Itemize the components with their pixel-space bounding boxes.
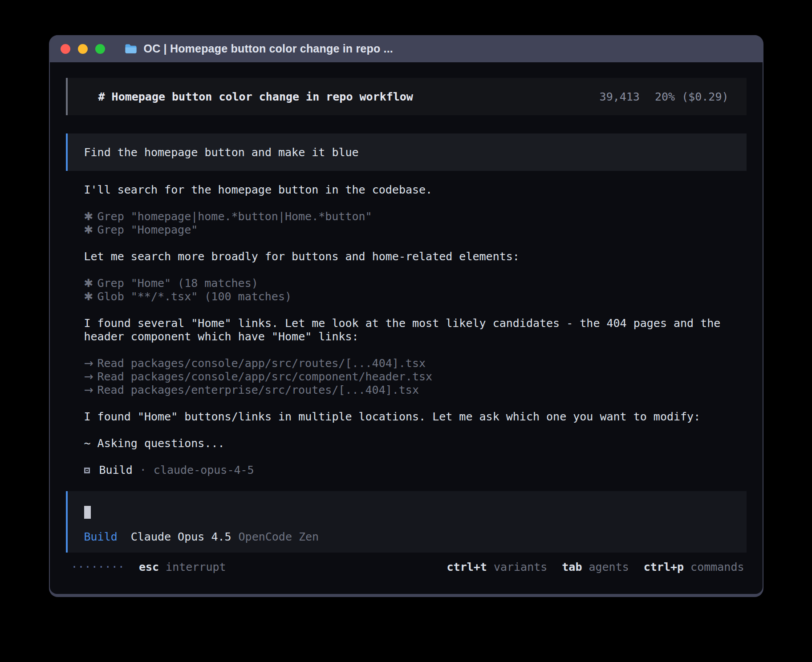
tool-call-text: Grep "homepage|home.*button|Home.*button… (97, 210, 372, 223)
tool-pending-icon: ✱ (84, 290, 91, 303)
conversation: I'll search for the homepage button in t… (66, 183, 747, 477)
tool-call-group: ✱ Grep "homepage|home.*button|Home.*butt… (84, 210, 728, 237)
arrow-right-icon: → (84, 357, 91, 370)
zoom-button[interactable] (95, 44, 105, 54)
assistant-text: I found several "Home" links. Let me loo… (84, 317, 728, 343)
tool-call-text: Grep "Home" (18 matches) (97, 277, 258, 290)
shortcut-commands: ctrl+p commands (644, 561, 744, 574)
assistant-text: I'll search for the homepage button in t… (84, 183, 728, 197)
shortcut-variants: ctrl+t variants (447, 561, 548, 574)
tool-call-group: ✱ Grep "Home" (18 matches) ✱ Glob "**/*.… (84, 277, 728, 303)
tab-key-hint: tab (562, 561, 582, 574)
tool-pending-icon: ✱ (84, 210, 91, 223)
tool-call-line: ✱ Grep "Home" (18 matches) (84, 277, 728, 290)
input-model-label[interactable]: Claude Opus 4.5 (131, 530, 231, 544)
user-message-panel: Find the homepage button and make it blu… (66, 133, 747, 171)
variants-label: variants (494, 561, 547, 574)
arrow-right-icon: → (84, 370, 91, 383)
separator-dot: · (140, 464, 146, 477)
input-meta: Build Claude Opus 4.5 OpenCode Zen (84, 530, 729, 544)
arrow-right-icon: → (84, 383, 91, 397)
tool-call-line: → Read packages/console/app/src/routes/[… (84, 357, 728, 370)
ctrl-p-key-hint: ctrl+p (644, 561, 684, 574)
status-bar: ········ esc interrupt ctrl+t variants t… (66, 561, 747, 574)
spinner-dots: ········ (71, 561, 125, 574)
window-titlebar[interactable]: OC | Homepage button color change in rep… (50, 35, 763, 62)
tool-call-group: → Read packages/console/app/src/routes/[… (84, 357, 728, 397)
agent-status-line: Build · claude-opus-4-5 (84, 464, 728, 477)
minimize-button[interactable] (78, 44, 88, 54)
tool-call-text: Glob "**/*.tsx" (100 matches) (97, 290, 292, 303)
esc-key-hint: esc (139, 561, 159, 574)
assistant-text: I found "Home" buttons/links in multiple… (84, 410, 728, 424)
user-message-text: Find the homepage button and make it blu… (84, 146, 359, 159)
traffic-lights (61, 44, 105, 54)
commands-label: commands (690, 561, 744, 574)
ctrl-t-key-hint: ctrl+t (447, 561, 487, 574)
folder-icon (125, 44, 137, 54)
close-button[interactable] (61, 44, 70, 54)
session-header: # Homepage button color change in repo w… (66, 78, 747, 115)
tool-call-text: Read packages/console/app/src/routes/[..… (97, 357, 426, 370)
agent-name: Build (99, 464, 133, 477)
tool-call-line: ✱ Glob "**/*.tsx" (100 matches) (84, 290, 728, 303)
window-title: OC | Homepage button color change in rep… (144, 42, 393, 55)
assistant-text: Let me search more broadly for buttons a… (84, 250, 728, 263)
shortcut-agents: tab agents (562, 561, 629, 574)
session-title: # Homepage button color change in repo w… (98, 90, 413, 103)
agent-model: claude-opus-4-5 (154, 464, 254, 477)
status-bar-right: ctrl+t variants tab agents ctrl+p comman… (447, 561, 744, 574)
interrupt-label: interrupt (166, 561, 226, 574)
tool-call-line: ✱ Grep "homepage|home.*button|Home.*butt… (84, 210, 728, 223)
text-cursor (84, 506, 91, 519)
tool-call-text: Read packages/console/app/src/component/… (97, 370, 433, 383)
terminal-window: OC | Homepage button color change in rep… (49, 35, 763, 597)
context-cost: 20% ($0.29) (655, 90, 729, 103)
status-bar-left: ········ esc interrupt (71, 561, 226, 574)
prompt-input-panel[interactable]: Build Claude Opus 4.5 OpenCode Zen (66, 491, 747, 553)
input-mode-label[interactable]: Build (84, 530, 118, 544)
tool-call-text: Grep "Homepage" (97, 223, 198, 237)
terminal-content: # Homepage button color change in repo w… (50, 62, 763, 594)
tool-call-text: Read packages/enterprise/src/routes/[...… (97, 383, 419, 397)
tool-call-line: → Read packages/console/app/src/componen… (84, 370, 728, 383)
tool-pending-icon: ✱ (84, 277, 91, 290)
token-count: 39,413 (600, 90, 640, 103)
agents-label: agents (589, 561, 629, 574)
tool-call-line: → Read packages/enterprise/src/routes/[.… (84, 383, 728, 397)
session-stats: 39,413 20% ($0.29) (600, 90, 729, 103)
tool-pending-icon: ✱ (84, 223, 91, 237)
input-provider-label: OpenCode Zen (239, 530, 319, 544)
asking-questions-status: ~ Asking questions... (84, 437, 728, 450)
agent-square-icon (84, 468, 90, 473)
tool-call-line: ✱ Grep "Homepage" (84, 223, 728, 237)
